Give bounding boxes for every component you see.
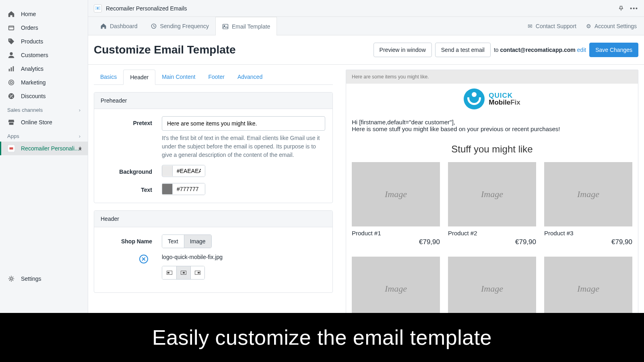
page-title: Customize Email Template	[94, 43, 236, 56]
nav-label: Marketing	[21, 79, 45, 86]
color-swatch[interactable]	[162, 184, 173, 194]
svg-rect-4	[11, 67, 12, 71]
logo-text-2b: Fix	[510, 99, 520, 106]
link-label: Contact Support	[536, 23, 576, 29]
save-button[interactable]: Save Changes	[589, 43, 638, 57]
pretext-help: It's the first bit of text in the email.…	[162, 134, 325, 159]
seg-text[interactable]: Text	[162, 235, 184, 248]
send-to-text: to contact@recomaticapp.com edit	[494, 47, 586, 53]
nav-label: Discounts	[21, 93, 45, 99]
nav-label: Products	[21, 38, 43, 45]
align-right-icon	[195, 271, 200, 275]
nav-label: Analytics	[21, 66, 43, 72]
svg-rect-5	[13, 66, 14, 72]
discounts-icon	[7, 92, 15, 100]
nav-customers[interactable]: Customers	[0, 48, 88, 62]
align-right-button[interactable]	[190, 266, 204, 279]
product-card: Image Product #3 €79,90	[544, 162, 632, 246]
text-hex-input[interactable]	[173, 183, 205, 195]
more-icon[interactable]: •••	[630, 5, 638, 12]
preview-column: Here are some items you might like. QUIC…	[346, 70, 638, 351]
shopname-label: Shop Name	[101, 234, 162, 248]
tab-label: Sending Frequency	[160, 23, 209, 29]
svg-rect-12	[10, 147, 13, 149]
promo-banner: Easily customize the email template	[0, 313, 644, 362]
product-grid-row2: Image Image Image	[346, 257, 638, 321]
nav-label: Customers	[21, 52, 48, 58]
pretext-input[interactable]	[162, 116, 325, 131]
bg-hex-input[interactable]	[173, 165, 205, 177]
panel-title: Preheader	[94, 93, 332, 109]
home-icon	[100, 23, 107, 29]
send-test-button[interactable]: Send a test email	[435, 43, 491, 57]
seg-image[interactable]: Image	[184, 235, 211, 248]
product-grid: Image Product #1 €79,90 Image Product #2…	[346, 162, 638, 246]
product-card: Image Product #1 €79,90	[352, 162, 440, 246]
orders-icon	[7, 24, 15, 32]
subtab-advanced[interactable]: Advanced	[231, 70, 269, 84]
nav-products[interactable]: Products	[0, 35, 88, 48]
header-panel: Header Shop Name Text Image	[94, 210, 333, 293]
preview-button[interactable]: Preview in window	[374, 43, 432, 57]
sales-channels-section[interactable]: Sales channels ›	[0, 103, 88, 115]
app-title: Recomailer Personalized Emails	[106, 5, 187, 12]
sidebar: Home Orders Products Customers Analytics…	[0, 0, 88, 362]
remove-logo-button[interactable]: ✕	[139, 255, 148, 263]
nav-settings[interactable]: Settings	[0, 272, 88, 286]
align-center-icon	[181, 271, 186, 275]
preheader-panel: Preheader Pretext It's the first bit of …	[94, 92, 333, 203]
align-center-button[interactable]	[176, 266, 190, 279]
nav-online-store[interactable]: Online Store	[0, 115, 88, 129]
svg-rect-15	[223, 24, 228, 29]
pin-icon[interactable]	[618, 5, 624, 12]
nav-home[interactable]: Home	[0, 7, 88, 21]
logo-text-2a: Mobile	[489, 99, 510, 106]
account-settings-link[interactable]: ⚙ Account Settings	[586, 23, 637, 29]
nav-discounts[interactable]: Discounts	[0, 89, 88, 103]
align-left-icon	[167, 271, 172, 275]
nav-label: Recomailer Personali...	[21, 145, 79, 152]
preview-intro: Here is some stuff you might like based …	[352, 125, 632, 132]
svg-rect-0	[9, 26, 14, 30]
app-header: 📧 Recomailer Personalized Emails •••	[88, 0, 644, 17]
product-name: Product #3	[544, 230, 632, 237]
product-image-placeholder: Image	[352, 162, 440, 226]
align-left-button[interactable]	[162, 266, 176, 279]
subtab-header[interactable]: Header	[123, 70, 155, 85]
color-swatch[interactable]	[162, 166, 173, 176]
tab-frequency[interactable]: Sending Frequency	[144, 17, 215, 35]
product-price: €79,90	[544, 238, 632, 246]
product-image-placeholder: Image	[352, 257, 440, 321]
nav-app-recomailer[interactable]: Recomailer Personali...	[0, 142, 88, 155]
tab-template[interactable]: Email Template	[215, 17, 277, 35]
svg-point-2	[10, 52, 12, 55]
contact-support-link[interactable]: ✉ Contact Support	[528, 23, 576, 29]
pin-icon[interactable]	[77, 146, 83, 151]
marketing-icon	[7, 78, 15, 86]
app-icon	[7, 144, 15, 152]
text-color-input[interactable]	[162, 183, 205, 195]
subtab-main[interactable]: Main Content	[155, 70, 202, 84]
tab-label: Email Template	[232, 23, 270, 30]
pretext-label: Pretext	[101, 116, 162, 159]
logo-mark-icon	[464, 88, 485, 109]
product-name: Product #1	[352, 230, 440, 237]
tab-label: Dashboard	[110, 23, 138, 29]
edit-email-link[interactable]: edit	[577, 47, 586, 53]
shopname-type-toggle: Text Image	[162, 234, 212, 248]
tab-dashboard[interactable]: Dashboard	[94, 17, 144, 35]
svg-point-6	[9, 80, 14, 85]
apps-section[interactable]: Apps ›	[0, 129, 88, 142]
nav-orders[interactable]: Orders	[0, 21, 88, 35]
email-preview: Here are some items you might like. QUIC…	[346, 70, 638, 351]
main: 📧 Recomailer Personalized Emails ••• Das…	[88, 0, 644, 362]
preview-greeting: Hi [firstname,default="dear customer"],	[352, 119, 632, 125]
subtab-basics[interactable]: Basics	[94, 70, 123, 84]
nav-marketing[interactable]: Marketing	[0, 76, 88, 89]
nav-analytics[interactable]: Analytics	[0, 62, 88, 76]
clock-icon	[151, 23, 157, 29]
bg-color-input[interactable]	[162, 165, 205, 177]
product-price: €79,90	[352, 238, 440, 246]
subtab-footer[interactable]: Footer	[202, 70, 231, 84]
products-icon	[7, 37, 15, 45]
